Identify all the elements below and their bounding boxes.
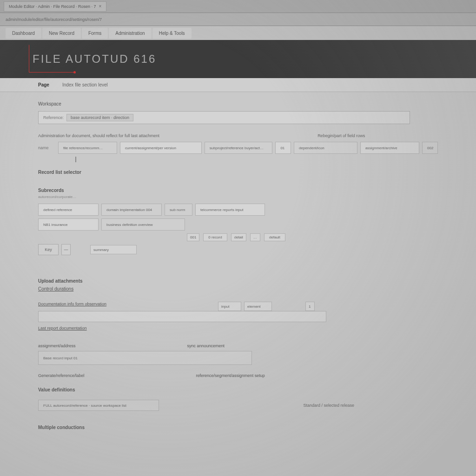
browser-url-bar[interactable]: admin/module/editor/file/autorecord/sett… — [0, 13, 476, 26]
key-button[interactable]: Key — [38, 244, 59, 255]
row1-cell-2[interactable]: current/assignment/per version — [120, 142, 202, 154]
row1-cell-6[interactable]: assignment/archive — [360, 142, 419, 154]
value-def-field[interactable]: FULL autorecord/reference · source works… — [38, 400, 159, 411]
row3-cell-2[interactable]: business definition overview — [101, 218, 185, 231]
pill-e[interactable]: default — [264, 233, 285, 241]
form-label-a: Documentation info form observation — [38, 302, 106, 306]
form-label-right: sync announcement — [187, 344, 225, 348]
section-multiple-label: Multiple conductions — [38, 425, 438, 430]
row-label-left: Administration for document, should refl… — [38, 133, 159, 138]
form-label-c: assignment/address — [38, 344, 76, 348]
subnav-details[interactable]: Index file section level — [62, 82, 108, 87]
nav-forms[interactable]: Forms — [82, 28, 108, 39]
form-row-c: assignment/address sync announcement — [38, 344, 438, 348]
browser-tab-bar: Module Editor · Admin · File Record · Ro… — [0, 0, 476, 13]
form-side-1[interactable]: 1 — [305, 302, 315, 311]
pill-d[interactable]: … — [250, 233, 260, 241]
row2-cell-1[interactable]: defined reference — [38, 204, 99, 216]
nav-help[interactable]: Help & Tools — [152, 28, 192, 39]
form-box-c[interactable]: Base record input 01 — [38, 351, 252, 365]
section-value-label: Value definitions — [38, 387, 438, 392]
workspace-field[interactable]: Reference: base autorecord item · direct… — [38, 111, 410, 124]
right-banner-text: Standard / selected release — [303, 403, 354, 408]
row1-cell-7[interactable]: 002 — [422, 142, 438, 154]
form-row-a: Documentation info form observation inpu… — [38, 302, 438, 311]
section-upload-label: Upload attachments — [38, 278, 438, 284]
content-area: Workspace Reference: base autorecord ite… — [0, 92, 476, 444]
close-icon[interactable]: × — [99, 4, 102, 9]
data-row-1: name file reference/recomm… current/assi… — [38, 142, 438, 154]
row1-cell-4[interactable]: 01 — [275, 142, 291, 154]
row1-cell-5[interactable]: dependent/icon — [294, 142, 357, 154]
form-row-d: Generate/reference/label reference/segme… — [38, 373, 438, 378]
row1-cell-1[interactable]: file reference/recomm… — [58, 142, 117, 154]
nav-dashboard[interactable]: Dashboard — [6, 28, 41, 39]
key-chip[interactable]: summary — [90, 245, 137, 254]
hero-banner: FILE AUTOTUD 616 — [0, 40, 476, 78]
tab-title: Module Editor · Admin · File Record · Ro… — [9, 4, 96, 9]
form-row-d-right: reference/segment/assignment setup — [196, 373, 265, 378]
workspace-field-prefix: Reference: — [43, 115, 64, 120]
row-label-right: Rebegin/part of field rows — [317, 133, 365, 138]
form-pill-a[interactable]: input — [218, 302, 241, 311]
row-header-labels: Administration for document, should refl… — [38, 133, 438, 138]
pill-c[interactable]: detail — [231, 233, 246, 241]
row1-cell-3[interactable]: subproject/reference buyer/act… — [205, 142, 273, 154]
form-input-a[interactable] — [38, 311, 326, 322]
row3-cell-1[interactable]: NB1 insurance — [38, 218, 99, 231]
section-upload-sub: Control durations — [38, 286, 438, 291]
page-title: FILE AUTOTUD 616 — [33, 53, 156, 66]
form-row-d-left: Generate/reference/label — [38, 373, 85, 378]
workspace-field-value: base autorecord item · direction — [66, 114, 133, 121]
subnav-page[interactable]: Page — [38, 82, 49, 87]
pill-a[interactable]: 001 — [187, 233, 199, 241]
nav-administration[interactable]: Administration — [109, 28, 151, 39]
row2-cell-4[interactable]: telcommerce reports input — [195, 204, 265, 216]
pill-b[interactable]: 0 record — [203, 233, 227, 241]
section-subrecords-label: Subrecords — [38, 188, 438, 193]
row1-label: name — [38, 145, 55, 150]
section-selector-label: Record list selector — [38, 170, 438, 175]
sub-nav: Page Index file section level — [0, 78, 476, 92]
section-subrecords-sub: autorecord/corporate… — [38, 195, 438, 199]
form-label-b: Last report documentation — [38, 326, 438, 331]
nav-new-record[interactable]: New Record — [42, 28, 81, 39]
row2-cell-2[interactable]: domain implementation 004 — [101, 204, 162, 216]
form-pill-b[interactable]: element — [244, 302, 272, 311]
data-row-2: defined reference domain implementation … — [38, 204, 438, 216]
tick-mark-icon — [75, 157, 76, 162]
pill-row: 001 0 record detail … default — [187, 233, 438, 241]
top-nav: Dashboard New Record Forms Administratio… — [0, 26, 476, 40]
browser-tab[interactable]: Module Editor · Admin · File Record · Ro… — [4, 1, 106, 12]
row2-cell-3[interactable]: sub norm — [165, 204, 192, 216]
form-box-row: Base record input 01 — [38, 351, 438, 365]
key-val[interactable]: — — [61, 244, 71, 255]
section-workspace-label: Workspace — [38, 101, 438, 106]
url-text: admin/module/editor/file/autorecord/sett… — [6, 17, 102, 22]
key-row: Key — summary — [38, 244, 438, 255]
data-row-3: NB1 insurance business definition overvi… — [38, 218, 438, 231]
form-box-c-chip: Base record input 01 — [43, 356, 78, 360]
